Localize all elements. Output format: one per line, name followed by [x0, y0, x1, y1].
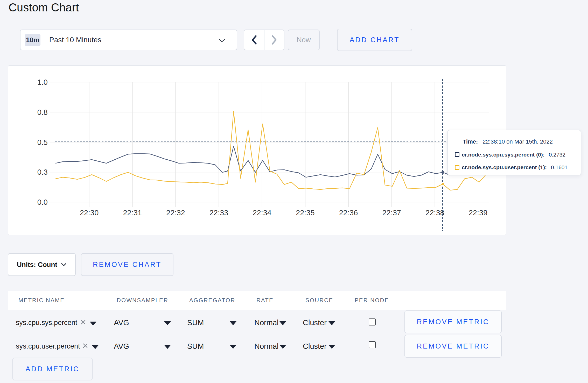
svg-text:22:34: 22:34 — [253, 209, 271, 217]
svg-text:22:33: 22:33 — [209, 209, 228, 217]
svg-text:22:32: 22:32 — [166, 209, 185, 217]
svg-text:22:35: 22:35 — [296, 209, 315, 217]
svg-text:0.8: 0.8 — [37, 108, 48, 116]
svg-text:1.0: 1.0 — [37, 78, 48, 86]
svg-text:22:30: 22:30 — [80, 209, 99, 217]
svg-text:0.5: 0.5 — [37, 138, 48, 146]
svg-text:22:39: 22:39 — [469, 209, 488, 217]
svg-text:22:36: 22:36 — [339, 209, 358, 217]
svg-text:22:31: 22:31 — [123, 209, 142, 217]
svg-text:0.0: 0.0 — [37, 198, 48, 206]
svg-text:0.3: 0.3 — [37, 168, 48, 176]
svg-text:22:37: 22:37 — [382, 209, 401, 217]
svg-text:22:38: 22:38 — [425, 209, 444, 217]
